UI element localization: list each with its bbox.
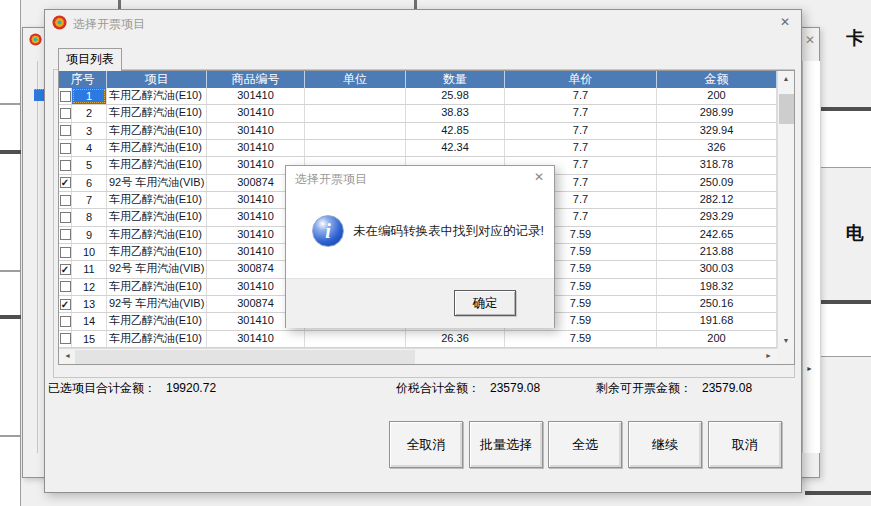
checkbox[interactable]: ✓ [59,175,72,191]
checkbox[interactable] [59,313,72,329]
checkbox-unchecked-icon[interactable] [60,212,71,223]
app-logo-icon [29,32,42,50]
amount-cell: 250.09 [657,175,777,191]
checkbox-unchecked-icon[interactable] [60,316,71,327]
amount-cell: 282.12 [657,192,777,208]
amount-cell: 318.78 [657,157,777,173]
code-cell: 301410 [207,123,305,139]
item-cell: 车用乙醇汽油(E10) [107,88,207,104]
row-index-cell: 3 [59,123,107,139]
close-icon[interactable]: ✕ [780,16,790,28]
checkbox-checked-icon[interactable]: ✓ [60,264,71,275]
unit-cell [305,123,406,139]
tax-inclusive-total-label: 价税合计金额： [396,381,480,395]
horizontal-scrollbar[interactable]: ◄ ► [59,348,777,364]
price-cell: 7.7 [505,140,657,156]
column-header-price: 单价 [505,71,657,88]
checkbox[interactable]: ✓ [59,296,72,312]
table-row[interactable]: 2车用乙醇汽油(E10)30141038.837.7298.99 [59,105,777,122]
scroll-up-icon[interactable]: ▲ [778,75,794,82]
vertical-scrollbar[interactable]: ▲ ▼ [777,71,794,348]
table-row[interactable]: 4车用乙醇汽油(E10)30141042.347.7326 [59,140,777,157]
tab-item-list[interactable]: 项目列表 [58,48,122,71]
row-number: 7 [72,192,106,208]
bg-cell [821,111,871,168]
row-number: 12 [72,279,106,295]
close-icon[interactable]: ✕ [805,34,815,46]
checkbox[interactable] [59,140,72,156]
checkbox-unchecked-icon[interactable] [60,247,71,258]
checkbox-unchecked-icon[interactable] [60,229,71,240]
row-index-cell: 12 [59,279,107,295]
close-icon[interactable]: ✕ [534,171,544,183]
checkbox[interactable]: ✓ [59,261,72,277]
dialog-title: 选择开票项目 [73,16,145,33]
checkbox[interactable] [59,88,72,104]
scrollbar-thumb[interactable] [75,350,415,364]
checkbox-unchecked-icon[interactable] [60,108,71,119]
scrollbar-corner [777,348,794,364]
row-number: 14 [72,313,106,329]
checkbox[interactable] [59,244,72,260]
continue-button[interactable]: 继续 [628,421,702,468]
checkbox[interactable] [59,279,72,295]
checkbox-checked-icon[interactable]: ✓ [60,299,71,310]
unit-cell [305,140,406,156]
column-header-amount: 金额 [657,71,777,88]
deselect-all-button[interactable]: 全取消 [389,421,463,468]
table-row[interactable]: 3车用乙醇汽油(E10)30141042.857.7329.94 [59,123,777,140]
checkbox[interactable] [59,227,72,243]
checkbox[interactable] [59,331,72,347]
ok-button[interactable]: 确定 [454,290,516,316]
checkbox-unchecked-icon[interactable] [60,195,71,206]
row-index-cell: 1 [59,88,107,104]
column-header-qty: 数量 [406,71,505,88]
checkbox-unchecked-icon[interactable] [60,143,71,154]
table-row[interactable]: 1车用乙醇汽油(E10)30141025.987.7200 [59,88,777,105]
scroll-right-icon[interactable]: ► [765,352,772,359]
item-cell: 车用乙醇汽油(E10) [107,331,207,347]
checkbox[interactable] [59,192,72,208]
item-cell: 车用乙醇汽油(E10) [107,140,207,156]
column-header-item: 项目 [107,71,207,88]
table-row[interactable]: 15车用乙醇汽油(E10)30141026.367.59200 [59,331,777,348]
bg-cell-divider [805,491,871,495]
messagebox-titlebar: 选择开票项目 ✕ [286,166,554,188]
row-index-cell: 2 [59,105,107,121]
code-cell: 301410 [207,140,305,156]
scroll-left-icon[interactable]: ◄ [64,352,71,359]
select-all-button[interactable]: 全选 [548,421,622,468]
code-cell: 301410 [207,105,305,121]
bg-cell [821,304,871,357]
batch-select-button[interactable]: 批量选择 [469,421,543,468]
messagebox-footer: 确定 [286,278,554,328]
checkbox[interactable] [59,209,72,225]
scrollbar-thumb[interactable] [779,94,794,124]
remaining-invoiceable-label: 剩余可开票金额： [596,381,692,395]
checkbox[interactable] [59,157,72,173]
scroll-down-icon[interactable]: ▼ [778,337,794,344]
item-cell: 车用乙醇汽油(E10) [107,209,207,225]
bg-cell-divider [0,270,21,272]
checkbox-unchecked-icon[interactable] [60,333,71,344]
back-pane-edge [37,61,38,453]
info-icon: i [312,215,344,247]
row-index-cell: 9 [59,227,107,243]
checkbox[interactable] [59,105,72,121]
checkbox-checked-icon[interactable]: ✓ [60,177,71,188]
price-cell: 7.7 [505,105,657,121]
checkbox[interactable] [59,123,72,139]
checkbox-unchecked-icon[interactable] [60,281,71,292]
checkbox-unchecked-icon[interactable] [60,125,71,136]
background-grid-left [0,0,21,506]
row-number: 2 [72,105,106,121]
qty-cell: 42.85 [406,123,505,139]
row-number: 1 [72,88,106,104]
cancel-button[interactable]: 取消 [708,421,782,468]
checkbox-unchecked-icon[interactable] [60,160,71,171]
item-cell: 92号 车用汽油(VIB) [107,261,207,277]
checkbox-unchecked-icon[interactable] [60,91,71,102]
amount-cell: 198.32 [657,279,777,295]
item-cell: 92号 车用汽油(VIB) [107,296,207,312]
column-header-unit: 单位 [305,71,406,88]
